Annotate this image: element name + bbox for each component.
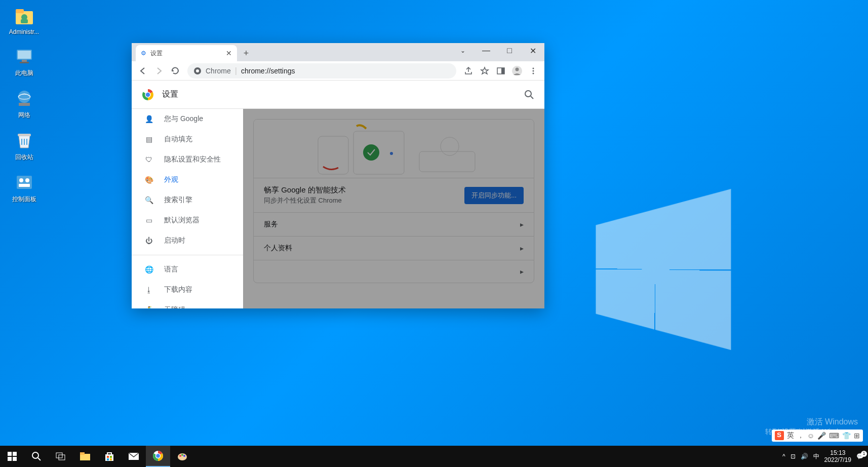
nav-on-startup[interactable]: ⏻启动时	[132, 230, 243, 251]
ime-tray-indicator[interactable]: 中	[813, 452, 819, 461]
minimize-button[interactable]: —	[475, 43, 498, 58]
close-button[interactable]: ✕	[521, 43, 544, 58]
ime-mic-icon[interactable]: 🎤	[817, 432, 826, 440]
autofill-icon: ▤	[144, 135, 154, 143]
svg-rect-43	[80, 452, 85, 455]
ime-grid-icon[interactable]: ⊞	[854, 432, 860, 440]
svg-rect-10	[19, 103, 30, 106]
maximize-button[interactable]: □	[498, 43, 521, 58]
nav-label: 语言	[164, 265, 178, 274]
nav-label: 无障碍	[164, 305, 185, 308]
settings-header: 设置	[132, 81, 544, 109]
desktop-icon-administrator[interactable]: Administr...	[5, 5, 43, 35]
svg-rect-41	[59, 455, 65, 460]
nav-you-and-google[interactable]: 👤您与 Google	[132, 109, 243, 129]
accessibility-icon: 🕺	[144, 306, 154, 308]
tab-search-button[interactable]: ⌄	[451, 43, 475, 58]
omnibox-url: chrome://settings	[241, 67, 295, 75]
network-icon	[14, 88, 35, 109]
desktop-icon-recycle-bin[interactable]: 回收站	[5, 130, 43, 162]
ime-skin-icon[interactable]: 👕	[842, 432, 851, 440]
svg-point-51	[156, 454, 161, 458]
network-tray-icon[interactable]: ⊡	[791, 453, 796, 460]
desktop-icon-this-pc[interactable]: 此电脑	[5, 46, 43, 77]
new-tab-button[interactable]: +	[239, 46, 253, 60]
svg-point-22	[533, 67, 534, 69]
nav-languages[interactable]: 🌐语言	[132, 259, 243, 280]
content-area: 设置 畅享 Google 的智能技术 同步并个性化设置 Chrome 开启同步功…	[132, 81, 544, 308]
ime-emoji-icon[interactable]: ☺	[807, 432, 814, 440]
start-button[interactable]	[0, 446, 24, 467]
chrome-taskbar-button[interactable]	[146, 446, 170, 467]
nav-label: 默认浏览器	[164, 216, 200, 225]
gear-icon: ⚙	[141, 50, 146, 57]
browser-tab[interactable]: ⚙ 设置 ✕	[136, 45, 237, 61]
menu-button[interactable]	[526, 64, 540, 78]
window-controls: ⌄ — □ ✕	[451, 43, 544, 58]
search-button[interactable]	[24, 446, 49, 467]
tab-close-icon[interactable]: ✕	[226, 49, 232, 57]
svg-rect-1	[16, 9, 24, 13]
desktop-icon-label: 回收站	[15, 153, 33, 162]
nav-accessibility[interactable]: 🕺无障碍	[132, 300, 243, 308]
nav-label: 外观	[164, 175, 178, 184]
recycle-bin-icon	[14, 130, 35, 151]
settings-search-button[interactable]	[524, 90, 534, 100]
nav-autofill[interactable]: ▤自动填充	[132, 129, 243, 149]
nav-privacy[interactable]: 🛡隐私设置和安全性	[132, 149, 243, 170]
svg-point-54	[181, 454, 183, 456]
ime-punct[interactable]: ，	[797, 431, 804, 440]
paint-button[interactable]	[170, 446, 194, 467]
mail-button[interactable]	[122, 446, 146, 467]
action-center-button[interactable]: 💬 1	[856, 453, 864, 460]
address-bar[interactable]: Chrome | chrome://settings	[187, 63, 456, 79]
nav-default-browser[interactable]: ▭默认浏览器	[132, 210, 243, 230]
svg-rect-36	[13, 452, 17, 456]
task-view-button[interactable]	[49, 446, 73, 467]
profile-button[interactable]	[510, 64, 524, 78]
nav-downloads[interactable]: ⭳下载内容	[132, 280, 243, 300]
bookmark-star-button[interactable]	[478, 64, 492, 78]
nav-label: 搜索引擎	[164, 196, 192, 205]
volume-tray-icon[interactable]: 🔊	[801, 453, 808, 460]
content-dim-overlay[interactable]	[243, 109, 544, 308]
back-button[interactable]	[136, 64, 150, 78]
notification-badge: 1	[861, 451, 867, 457]
forward-button[interactable]	[152, 64, 166, 78]
user-folder-icon	[14, 5, 35, 26]
svg-rect-7	[20, 62, 29, 63]
settings-sidebar: 👤您与 Google ▤自动填充 🛡隐私设置和安全性 🎨外观 🔍搜索引擎 ▭默认…	[132, 109, 243, 308]
desktop-icon-network[interactable]: 网络	[5, 88, 43, 120]
desktop-icon-label: 网络	[18, 111, 30, 120]
system-tray: ^ ⊡ 🔊 中 15:13 2022/7/19 💬 1	[778, 449, 868, 464]
windows-logo-background	[584, 199, 726, 340]
microsoft-store-button[interactable]	[97, 446, 122, 467]
nav-label: 启动时	[164, 236, 185, 245]
share-button[interactable]	[461, 64, 476, 78]
clock-date: 2022/7/19	[824, 456, 851, 463]
shield-icon: 🛡	[144, 155, 154, 164]
file-explorer-button[interactable]	[73, 446, 97, 467]
svg-rect-45	[107, 456, 109, 458]
ime-toolbar[interactable]: S 英 ， ☺ 🎤 ⌨ 👕 ⊞	[772, 430, 863, 442]
taskbar-clock[interactable]: 15:13 2022/7/19	[824, 449, 851, 464]
nav-label: 您与 Google	[164, 114, 203, 124]
reload-button[interactable]	[168, 64, 182, 78]
sogou-badge-icon: S	[775, 431, 784, 440]
nav-search-engine[interactable]: 🔍搜索引擎	[132, 190, 243, 210]
svg-point-28	[525, 91, 531, 97]
ime-keyboard-icon[interactable]: ⌨	[829, 432, 839, 440]
omnibox-chrome-label: Chrome	[206, 67, 231, 75]
tray-overflow-button[interactable]: ^	[782, 453, 785, 460]
ime-lang[interactable]: 英	[787, 431, 794, 440]
nav-appearance[interactable]: 🎨外观	[132, 170, 243, 190]
svg-rect-38	[13, 457, 17, 461]
titlebar[interactable]: ⚙ 设置 ✕ + ⌄ — □ ✕	[132, 43, 544, 61]
svg-point-8	[18, 91, 30, 103]
side-panel-button[interactable]	[494, 64, 508, 78]
power-icon: ⏻	[144, 237, 154, 245]
desktop-icon-control-panel[interactable]: 控制面板	[5, 172, 43, 204]
globe-icon: 🌐	[144, 265, 154, 274]
palette-icon: 🎨	[144, 176, 154, 184]
browser-toolbar: Chrome | chrome://settings	[132, 61, 544, 81]
